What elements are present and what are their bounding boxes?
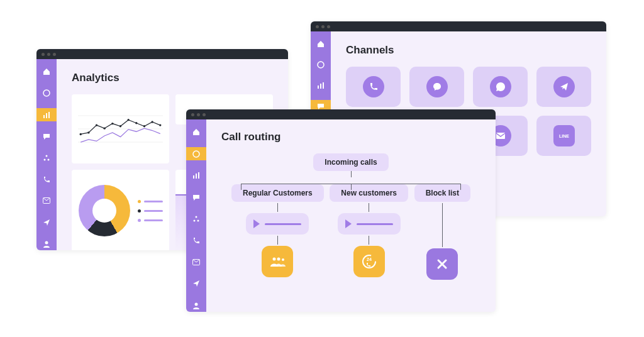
sidebar-item-phone[interactable] bbox=[186, 147, 206, 160]
branch-block: Block list bbox=[414, 184, 470, 280]
flow-root-node[interactable]: Incoming calls bbox=[313, 153, 388, 171]
routing-flow: Incoming calls Regular Customers bbox=[221, 153, 480, 280]
24-phone-icon: 24 bbox=[361, 253, 377, 270]
sidebar-item-home[interactable] bbox=[36, 65, 57, 78]
traffic-dot[interactable] bbox=[191, 113, 194, 116]
sidebar-item-chart[interactable] bbox=[311, 79, 331, 91]
svg-point-45 bbox=[282, 258, 284, 261]
sidebar-item-chat[interactable] bbox=[186, 191, 206, 203]
traffic-dot[interactable] bbox=[327, 25, 330, 28]
sidebar-item-call[interactable] bbox=[186, 234, 206, 246]
donut-chart bbox=[72, 170, 169, 250]
sidebar-item-phone[interactable] bbox=[311, 58, 331, 70]
sidebar-item-user[interactable] bbox=[36, 238, 57, 250]
sidebar-item-home[interactable] bbox=[186, 126, 206, 138]
svg-point-34 bbox=[193, 151, 199, 157]
sidebar bbox=[36, 59, 57, 250]
sidebar-item-user[interactable] bbox=[186, 299, 206, 312]
svg-point-39 bbox=[194, 219, 196, 221]
sidebar-item-home[interactable] bbox=[311, 38, 331, 50]
branch-label[interactable]: Block list bbox=[414, 184, 470, 202]
page-title: Channels bbox=[346, 44, 591, 57]
traffic-dot[interactable] bbox=[53, 53, 56, 56]
channel-line[interactable]: LINE bbox=[536, 116, 591, 156]
svg-rect-14 bbox=[48, 112, 50, 118]
svg-point-44 bbox=[277, 258, 280, 261]
svg-point-32 bbox=[151, 121, 153, 123]
svg-point-31 bbox=[143, 125, 145, 127]
line-chart bbox=[72, 94, 169, 163]
svg-point-30 bbox=[135, 122, 137, 124]
branch-regular: Regular Customers bbox=[231, 184, 324, 280]
svg-rect-37 bbox=[198, 172, 199, 179]
play-icon bbox=[345, 219, 352, 228]
svg-point-40 bbox=[197, 219, 199, 221]
svg-rect-3 bbox=[323, 82, 324, 89]
svg-point-27 bbox=[111, 123, 113, 124]
sidebar-item-chart[interactable] bbox=[36, 108, 57, 121]
traffic-dot[interactable] bbox=[42, 53, 45, 56]
routing-window: Call routing Incoming calls Regular Cust… bbox=[186, 109, 496, 312]
svg-point-19 bbox=[45, 241, 48, 244]
end-24-node[interactable]: 24 bbox=[353, 246, 385, 277]
svg-point-25 bbox=[96, 124, 97, 126]
play-icon bbox=[253, 219, 260, 228]
svg-text:24: 24 bbox=[367, 257, 372, 262]
page-title: Analytics bbox=[72, 72, 273, 84]
end-team-node[interactable] bbox=[262, 246, 293, 277]
close-icon bbox=[436, 258, 448, 270]
sidebar-item-mail[interactable] bbox=[186, 256, 206, 268]
sidebar-item-send[interactable] bbox=[186, 277, 206, 290]
sidebar-item-network[interactable] bbox=[186, 213, 206, 225]
traffic-dot[interactable] bbox=[203, 113, 206, 116]
sidebar-item-network[interactable] bbox=[36, 152, 57, 164]
traffic-dot[interactable] bbox=[316, 25, 319, 28]
svg-rect-9 bbox=[496, 133, 505, 139]
svg-rect-2 bbox=[320, 84, 321, 89]
sidebar-item-phone[interactable] bbox=[36, 87, 57, 99]
donut-icon bbox=[79, 185, 130, 236]
messenger-icon bbox=[426, 76, 448, 97]
svg-text:LINE: LINE bbox=[559, 134, 569, 138]
svg-rect-1 bbox=[318, 86, 319, 89]
window-titlebar bbox=[311, 21, 606, 31]
svg-point-42 bbox=[195, 302, 198, 306]
team-icon bbox=[269, 256, 286, 267]
sidebar-item-chat[interactable] bbox=[36, 130, 57, 143]
sidebar-item-mail[interactable] bbox=[36, 194, 57, 207]
play-greeting-node[interactable] bbox=[246, 213, 309, 235]
svg-rect-35 bbox=[193, 175, 194, 179]
svg-point-16 bbox=[44, 158, 46, 160]
phone-icon bbox=[363, 76, 384, 97]
branch-label[interactable]: Regular Customers bbox=[231, 184, 324, 202]
line-icon: LINE bbox=[553, 125, 575, 146]
routing-content: Call routing Incoming calls Regular Cust… bbox=[206, 119, 496, 312]
svg-point-29 bbox=[127, 119, 129, 121]
telegram-icon bbox=[553, 76, 575, 97]
branch-new: New customers 24 bbox=[330, 184, 408, 280]
svg-point-15 bbox=[46, 155, 48, 157]
svg-point-26 bbox=[104, 127, 106, 129]
end-close-node[interactable] bbox=[426, 248, 458, 280]
traffic-dot[interactable] bbox=[47, 53, 50, 56]
svg-point-38 bbox=[196, 216, 197, 218]
channel-phone[interactable] bbox=[346, 67, 401, 107]
sidebar-item-call[interactable] bbox=[36, 173, 57, 185]
sidebar-item-send[interactable] bbox=[36, 216, 57, 229]
sidebar-item-chart[interactable] bbox=[186, 169, 206, 182]
donut-legend bbox=[138, 200, 163, 222]
svg-point-43 bbox=[273, 258, 276, 261]
channel-whatsapp[interactable] bbox=[473, 67, 528, 107]
channel-messenger[interactable] bbox=[409, 67, 464, 107]
traffic-dot[interactable] bbox=[197, 113, 200, 116]
window-titlebar bbox=[186, 109, 496, 119]
sidebar bbox=[186, 119, 206, 312]
svg-rect-13 bbox=[46, 113, 47, 118]
traffic-dot[interactable] bbox=[321, 25, 325, 28]
svg-point-17 bbox=[48, 158, 50, 160]
play-greeting-node[interactable] bbox=[338, 213, 401, 235]
svg-rect-36 bbox=[196, 174, 197, 179]
channel-telegram[interactable] bbox=[536, 67, 591, 107]
svg-point-24 bbox=[87, 131, 89, 133]
branch-label[interactable]: New customers bbox=[330, 184, 408, 202]
